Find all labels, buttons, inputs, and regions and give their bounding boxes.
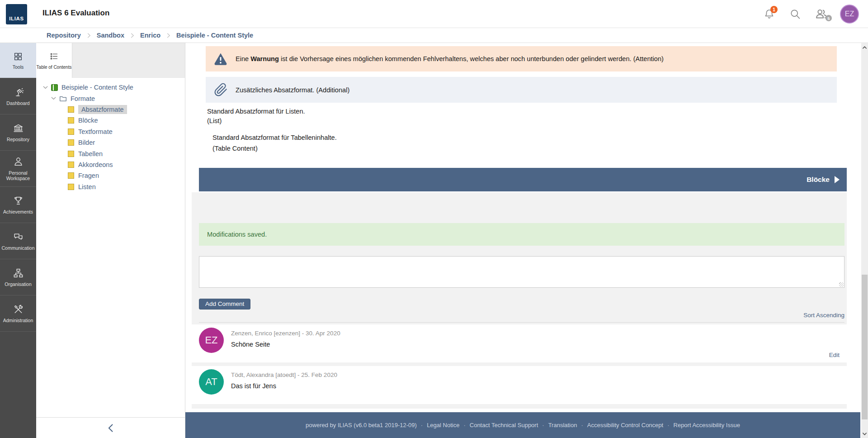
comment-avatar: AT (199, 369, 224, 395)
notification-count-badge: 1 (770, 6, 778, 13)
tree-leaf-label: Listen (78, 183, 96, 190)
ilias-logo[interactable]: ILIAS (6, 4, 27, 24)
play-right-icon (835, 176, 840, 183)
chevron-down-icon (42, 85, 48, 90)
tree-node-root[interactable]: Beispiele - Content Style (36, 82, 185, 93)
folder-icon (59, 95, 67, 102)
footer-link-legal-notice[interactable]: Legal Notice (427, 422, 459, 428)
warning-triangle-icon (206, 52, 236, 66)
sidebar-item-administration[interactable]: Administration (0, 295, 36, 331)
person-icon (13, 156, 24, 167)
next-page-button[interactable]: Blöcke (199, 168, 847, 191)
sidebar-item-label: Administration (3, 318, 33, 323)
comment-text: Das ist für Jens (231, 382, 840, 390)
comment-input[interactable] (199, 256, 844, 288)
breadcrumb-item-repository[interactable]: Repository (47, 32, 81, 39)
sidebar-item-label: Communication (2, 245, 35, 251)
breadcrumb-item-enrico[interactable]: Enrico (140, 32, 160, 39)
sidebar-item-label: Tools (13, 64, 24, 70)
grid-icon (13, 52, 23, 62)
footer-link-accessibility-concept[interactable]: Accessibility Control Concept (587, 422, 663, 428)
sidebar-item-dashboard[interactable]: Dashboard (0, 78, 36, 114)
tree-leaf-textformate[interactable]: Textformate (36, 126, 185, 137)
tree-node-label: Formate (71, 95, 95, 102)
footer-link-translation[interactable]: Translation (548, 422, 577, 428)
breadcrumb: Repository Sandbox Enrico Beispiele - Co… (0, 28, 868, 43)
comment-meta: Tödt, Alexandra [atoedt] - 25. Feb 2020 (231, 371, 840, 378)
sidebar-item-achievements[interactable]: Achievements (0, 186, 36, 223)
tree-leaf-fragen[interactable]: Fragen (36, 170, 185, 181)
warning-message-box: Eine Warnung ist die Vorhersage eines mö… (206, 46, 837, 71)
tree-leaf-tabellen[interactable]: Tabellen (36, 148, 185, 159)
sort-row: Sort Ascending (199, 311, 844, 320)
search-icon (789, 8, 802, 20)
add-comment-button[interactable]: Add Comment (199, 299, 250, 309)
list-format-paragraph: Standard Absatzformat für Listen. (List) (207, 107, 305, 126)
chat-bubbles-icon (13, 231, 24, 243)
tree-node-formate[interactable]: Formate (36, 93, 185, 104)
tab-label: Table of Contents (37, 65, 72, 70)
comment-form (199, 256, 844, 288)
tree-leaf-bloecke[interactable]: Blöcke (36, 115, 185, 126)
online-users-button[interactable]: 5 (814, 5, 829, 23)
sidebar-item-organisation[interactable]: Organisation (0, 259, 36, 295)
tree-leaf-label: Textformate (78, 128, 113, 135)
comment-item: AT Tödt, Alexandra [atoedt] - 25. Feb 20… (192, 366, 847, 404)
page-icon (68, 117, 74, 124)
tree-leaf-bilder[interactable]: Bilder (36, 137, 185, 148)
scrollbar-thumb[interactable] (862, 275, 868, 419)
chevron-right-icon (86, 33, 92, 38)
tree-node-label: Beispiele - Content Style (61, 84, 133, 91)
main-sidebar: Tools Dashboard Repository Personal Work… (0, 43, 36, 438)
sidebar-item-repository[interactable]: Repository (0, 114, 36, 150)
table-format-paragraph: Standard Absatzformat für Tabelleninhalt… (212, 133, 337, 153)
notifications-button[interactable]: 1 (761, 5, 777, 23)
tree-leaf-akkordeons[interactable]: Akkordeons (36, 159, 185, 170)
chevron-left-icon (106, 423, 115, 433)
tree-leaf-label-selected: Absatzformate (78, 105, 127, 114)
comments-divider (199, 322, 844, 323)
user-avatar[interactable]: EZ (840, 5, 859, 24)
page-icon (68, 162, 74, 168)
scroll-down-button[interactable] (861, 430, 868, 437)
resize-grip[interactable] (839, 282, 844, 287)
tree-leaf-absatzformate[interactable]: Absatzformate (36, 104, 185, 115)
tree-leaf-label: Tabellen (78, 150, 103, 157)
breadcrumb-item-sandbox[interactable]: Sandbox (97, 32, 124, 39)
additional-text: Zusätzliches Absatzformat. (Additional) (236, 86, 349, 94)
sidebar-item-label: Dashboard (6, 100, 29, 106)
page-icon (68, 129, 74, 135)
edit-comment-link[interactable]: Edit (829, 352, 840, 358)
vertical-scrollbar[interactable] (860, 43, 868, 438)
sort-ascending-link[interactable]: Sort Ascending (803, 312, 844, 319)
sidebar-item-tools[interactable]: Tools (0, 43, 36, 78)
search-button[interactable] (788, 5, 803, 23)
tab-table-of-contents[interactable]: Table of Contents (36, 43, 72, 78)
sidebar-item-label: Personal Workspace (2, 170, 34, 181)
sidebar-item-personal-workspace[interactable]: Personal Workspace (0, 150, 36, 186)
warning-text: Eine Warnung ist die Vorhersage eines mö… (236, 55, 664, 62)
comment-item: EZ Zenzen, Enrico [ezenzen] - 30. Apr 20… (192, 324, 847, 362)
list-icon (49, 52, 59, 61)
page-icon (68, 139, 74, 146)
tree-leaf-label: Blöcke (78, 117, 98, 124)
chevron-right-icon (165, 33, 171, 38)
comment-text: Schöne Seite (231, 341, 840, 348)
main-content: Eine Warnung ist die Vorhersage eines mö… (185, 43, 860, 438)
tree-leaf-label: Akkordeons (78, 161, 113, 168)
org-chart-icon (13, 267, 24, 279)
learning-module-icon (51, 84, 58, 91)
collapse-panel-button[interactable] (36, 417, 185, 438)
trophy-icon (13, 195, 24, 206)
scroll-up-button[interactable] (861, 44, 868, 51)
next-page-label: Blöcke (807, 176, 830, 184)
footer-link-report-accessibility[interactable]: Report Accessibility Issue (674, 422, 740, 428)
sidebar-item-communication[interactable]: Communication (0, 223, 36, 259)
sidebar-item-label: Organisation (5, 281, 32, 287)
footer-link-contact-support[interactable]: Contact Technical Support (470, 422, 538, 428)
breadcrumb-item-current[interactable]: Beispiele - Content Style (176, 32, 253, 39)
toc-tree: Beispiele - Content Style Formate Absatz… (36, 82, 185, 192)
desk-lamp-icon (13, 86, 24, 98)
tree-leaf-listen[interactable]: Listen (36, 181, 185, 192)
page-icon (68, 151, 74, 157)
